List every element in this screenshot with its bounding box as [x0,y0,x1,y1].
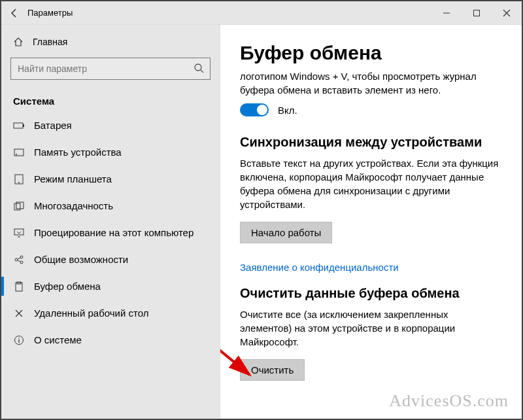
clear-description: Очистите все (за исключением закрепленны… [240,307,502,349]
svg-rect-6 [14,149,24,156]
minimize-button[interactable] [431,1,462,25]
sidebar-item-label: Режим планшета [34,173,112,184]
remote-icon [13,308,25,319]
history-toggle[interactable] [240,103,269,116]
close-button[interactable] [492,1,522,25]
sidebar-item-battery[interactable]: Батарея [1,112,220,139]
sidebar-item-tablet[interactable]: Режим планшета [1,166,220,192]
clear-button[interactable]: Очистить [240,359,305,381]
sidebar-item-label: Удаленный рабочий стол [34,307,148,319]
sidebar-item-multitasking[interactable]: Многозадачность [1,192,220,219]
sidebar-item-label: О системе [34,334,82,345]
sidebar-item-label: Батарея [34,120,72,131]
maximize-button[interactable] [462,1,492,25]
sidebar-item-label: Многозадачность [34,200,113,211]
tablet-icon [13,174,25,184]
sidebar-item-label: Проецирование на этот компьютер [34,227,194,238]
sidebar-item-storage[interactable]: Память устройства [1,139,220,166]
sync-title: Синхронизация между устройствами [240,135,502,150]
history-description: логотипом Windows + V, чтобы просмотреть… [240,69,502,97]
sidebar-item-label: Буфер обмена [34,281,101,292]
svg-point-15 [20,261,23,264]
sidebar-item-shared[interactable]: Общие возможности [1,246,220,273]
svg-point-13 [15,258,18,261]
storage-icon [13,149,25,156]
watermark: AdvicesOS.com [389,391,509,411]
info-icon [13,335,25,345]
home-icon [13,37,24,47]
svg-rect-4 [14,123,23,128]
sidebar-item-remote[interactable]: Удаленный рабочий стол [1,300,220,326]
sidebar-item-projecting[interactable]: Проецирование на этот компьютер [1,219,220,246]
shared-icon [13,254,25,265]
battery-icon [13,122,25,130]
sidebar-item-label: Общие возможности [34,254,128,265]
page-title: Буфер обмена [240,42,502,64]
sync-start-button[interactable]: Начало работы [240,222,332,243]
svg-line-3 [201,70,203,73]
svg-point-9 [18,182,20,183]
sync-description: Вставьте текст на других устройствах. Ес… [240,156,502,211]
sidebar-item-label: Память устройства [34,147,122,158]
toggle-label: Вкл. [278,105,297,116]
sidebar-item-clipboard[interactable]: Буфер обмена [1,273,220,300]
svg-point-14 [20,256,23,258]
sidebar-home-label: Главная [33,37,67,47]
search-input[interactable] [10,58,211,80]
svg-point-7 [16,154,17,155]
sidebar-item-about[interactable]: О системе [1,326,220,353]
sidebar-group-label: Система [1,92,220,112]
svg-point-19 [18,338,20,339]
multitasking-icon [13,201,25,211]
svg-rect-1 [474,10,480,16]
svg-rect-5 [23,124,24,127]
projecting-icon [13,228,25,237]
window-title: Параметры [27,8,431,18]
search-icon [194,63,204,73]
svg-point-2 [195,64,201,71]
clipboard-icon [13,281,25,292]
clear-title: Очистить данные буфера обмена [240,286,502,301]
sidebar-home[interactable]: Главная [1,30,220,54]
back-button[interactable] [1,8,27,18]
privacy-link[interactable]: Заявление о конфиденциальности [240,262,399,273]
